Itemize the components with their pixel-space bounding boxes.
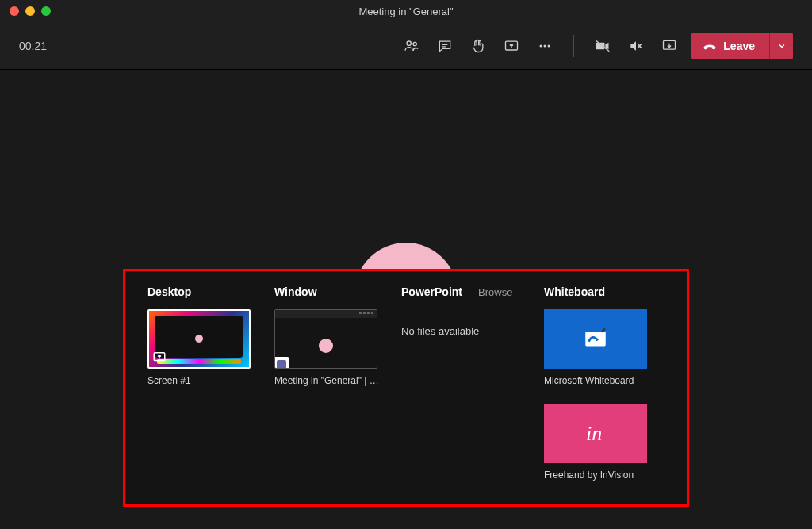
svg-point-0 bbox=[407, 41, 411, 45]
speaker-off-icon[interactable] bbox=[628, 38, 644, 54]
share-overlay-icon bbox=[152, 350, 167, 364]
share-window-label: Meeting in "General" | M... bbox=[274, 375, 381, 386]
hangup-icon bbox=[703, 39, 717, 53]
people-icon[interactable] bbox=[404, 38, 419, 54]
meeting-stage: Desktop Screen #1 Window Meeting in bbox=[0, 70, 812, 529]
leave-chevron-button[interactable] bbox=[769, 33, 793, 59]
share-column-desktop: Desktop Screen #1 bbox=[147, 286, 274, 481]
call-timer: 00:21 bbox=[19, 40, 47, 52]
whiteboard-invision-item[interactable]: in bbox=[544, 404, 647, 463]
minimize-window-button[interactable] bbox=[25, 6, 35, 16]
svg-point-3 bbox=[540, 44, 542, 47]
powerpoint-empty-message: No files available bbox=[401, 325, 544, 337]
close-window-button[interactable] bbox=[10, 6, 19, 16]
window-title: Meeting in "General" bbox=[358, 6, 453, 17]
meeting-toolbar: 00:21 Leave bbox=[0, 22, 812, 70]
desktop-header: Desktop bbox=[147, 286, 274, 298]
window-controls bbox=[0, 6, 51, 16]
share-tray: Desktop Screen #1 Window Meeting in bbox=[123, 269, 689, 507]
svg-point-5 bbox=[548, 44, 550, 47]
svg-point-4 bbox=[544, 44, 546, 47]
share-column-whiteboard: Whiteboard Microsoft Whiteboard in Freeh… bbox=[544, 286, 663, 481]
more-icon[interactable] bbox=[537, 38, 553, 54]
raise-hand-icon[interactable] bbox=[470, 38, 486, 54]
whiteboard-ms-item[interactable] bbox=[544, 309, 647, 369]
powerpoint-title: PowerPoint bbox=[401, 286, 462, 298]
leave-button-group: Leave bbox=[691, 33, 793, 59]
leave-label: Leave bbox=[723, 40, 755, 52]
leave-button[interactable]: Leave bbox=[691, 33, 769, 59]
toolbar-separator bbox=[573, 35, 574, 57]
whiteboard-invision-label: Freehand by InVision bbox=[544, 470, 651, 481]
share-column-powerpoint: PowerPoint Browse No files available bbox=[401, 286, 544, 481]
whiteboard-header: Whiteboard bbox=[544, 286, 663, 298]
powerpoint-header: PowerPoint Browse bbox=[401, 286, 544, 298]
dock-icon[interactable] bbox=[661, 38, 677, 54]
maximize-window-button[interactable] bbox=[41, 6, 51, 16]
svg-point-1 bbox=[413, 42, 416, 45]
titlebar: Meeting in "General" bbox=[0, 0, 812, 22]
powerpoint-browse-link[interactable]: Browse bbox=[478, 286, 512, 298]
camera-off-icon[interactable] bbox=[595, 38, 611, 54]
share-window-item[interactable] bbox=[274, 309, 377, 369]
window-header: Window bbox=[274, 286, 401, 298]
teams-app-icon bbox=[274, 357, 289, 369]
share-desktop-label: Screen #1 bbox=[147, 375, 255, 386]
svg-text:in: in bbox=[586, 422, 602, 445]
share-screen-icon[interactable] bbox=[504, 38, 519, 54]
share-desktop-screen-1[interactable] bbox=[147, 309, 251, 369]
share-column-window: Window Meeting in "General" | M... bbox=[274, 286, 401, 481]
whiteboard-ms-label: Microsoft Whiteboard bbox=[544, 375, 651, 386]
chat-icon[interactable] bbox=[437, 38, 453, 54]
